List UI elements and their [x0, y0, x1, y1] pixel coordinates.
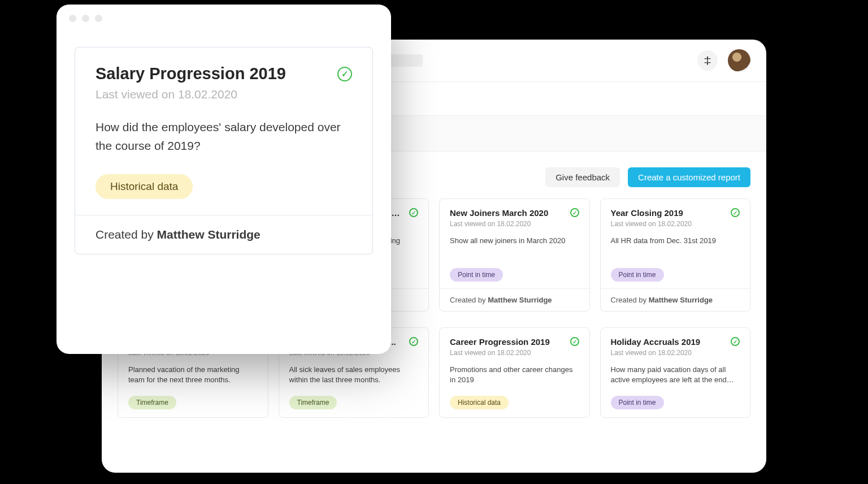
card-description: All HR data from Dec. 31st 2019 — [611, 236, 740, 246]
report-card[interactable]: Holiday Accruals 2019 Last viewed on 18.… — [600, 327, 751, 418]
card-description: How many paid vacation days of all activ… — [611, 365, 740, 385]
check-icon — [731, 337, 740, 346]
check-icon — [570, 208, 579, 217]
card-description: Show all new joiners in March 2020 — [450, 236, 579, 246]
detail-footer: Created by Matthew Sturridge — [75, 215, 372, 254]
check-icon — [409, 337, 418, 346]
card-tag[interactable]: Point in time — [611, 396, 664, 409]
card-tag[interactable]: Point in time — [450, 268, 503, 282]
card-title: Year Closing 2019 — [611, 208, 683, 218]
card-title: Career Progression 2019 — [450, 337, 550, 347]
card-meta: Last viewed on 18.02.2020 — [611, 349, 740, 357]
creator-name: Matthew Sturridge — [488, 296, 552, 304]
detail-title: Salary Progression 2019 — [96, 64, 286, 83]
card-description: All sick leaves of sales employees withi… — [289, 365, 419, 385]
card-description: Planned vacation of the marketing team f… — [128, 365, 258, 385]
check-icon — [409, 208, 418, 217]
window-dot[interactable] — [69, 15, 76, 22]
card-meta: Last viewed on 18.02.2020 — [450, 349, 579, 357]
card-tag[interactable]: Point in time — [611, 268, 664, 282]
card-tag[interactable]: Historical data — [450, 396, 509, 409]
card-footer: Created by Matthew Sturridge — [440, 288, 589, 311]
window-dot[interactable] — [95, 15, 102, 22]
window-dot[interactable] — [82, 15, 89, 22]
check-icon — [731, 208, 740, 217]
window-controls — [57, 5, 391, 24]
card-title: Holiday Accruals 2019 — [611, 337, 701, 347]
created-by-label: Created by — [96, 228, 157, 241]
signpost-icon — [705, 55, 710, 67]
card-title: New Joiners March 2020 — [450, 208, 548, 218]
card-footer: Created by Matthew Sturridge — [601, 288, 750, 311]
avatar[interactable] — [728, 49, 750, 72]
card-tag[interactable]: Timeframe — [128, 396, 176, 409]
report-card[interactable]: Career Progression 2019 Last viewed on 1… — [439, 327, 590, 418]
detail-window: Salary Progression 2019 Last viewed on 1… — [57, 5, 391, 354]
creator-name: Matthew Sturridge — [157, 228, 261, 241]
creator-name: Matthew Sturridge — [649, 296, 713, 304]
give-feedback-button[interactable]: Give feedback — [545, 167, 620, 187]
card-meta: Last viewed on 18.02.2020 — [450, 220, 579, 228]
report-card[interactable]: Year Closing 2019 Last viewed on 18.02.2… — [600, 198, 751, 312]
check-icon — [337, 67, 352, 81]
create-report-button[interactable]: Create a customized report — [628, 167, 750, 187]
report-card[interactable]: New Joiners March 2020 Last viewed on 18… — [439, 198, 590, 312]
created-by-label: Created by — [611, 296, 649, 304]
detail-card[interactable]: Salary Progression 2019 Last viewed on 1… — [75, 47, 373, 254]
created-by-label: Created by — [450, 296, 488, 304]
tag-historical-data[interactable]: Historical data — [96, 174, 193, 199]
card-description: Promotions and other career changes in 2… — [450, 365, 579, 385]
signpost-icon-button[interactable] — [697, 50, 718, 71]
detail-description: How did the employees' salary developed … — [96, 118, 352, 155]
card-meta: Last viewed on 18.02.2020 — [611, 220, 740, 228]
check-icon — [570, 337, 579, 346]
card-tag[interactable]: Timeframe — [289, 396, 337, 409]
detail-meta: Last viewed on 18.02.2020 — [96, 88, 352, 101]
